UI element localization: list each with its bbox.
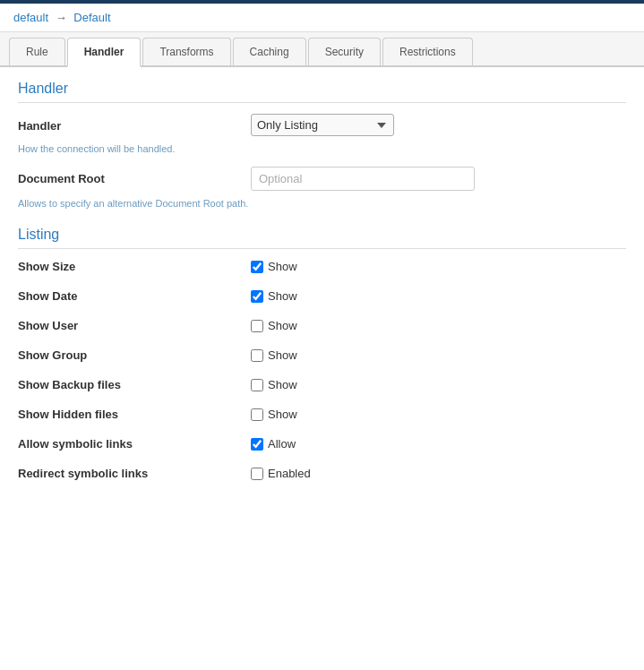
handler-label: Handler [18,114,251,133]
show-hidden-text: Show [268,408,297,421]
listing-section: Listing Show Size Show Show Date Show Sh… [18,227,626,480]
show-group-text: Show [268,348,297,362]
breadcrumb-separator: → [56,11,67,24]
allow-symlinks-label: Allow symbolic links [18,437,251,451]
allow-symlinks-control: Allow [251,437,296,451]
handler-control-area: Only Listing Static File CGI FastCGI Rev… [251,114,626,136]
tab-restrictions[interactable]: Restrictions [382,38,473,65]
tab-handler[interactable]: Handler [67,38,142,67]
handler-section-title: Handler [18,81,626,103]
document-root-row: Document Root [18,167,626,191]
allow-symlinks-text: Allow [268,437,296,451]
listing-section-title: Listing [18,227,626,249]
show-date-text: Show [268,289,297,303]
redirect-symlinks-control: Enabled [251,467,311,480]
show-backup-text: Show [268,378,297,391]
show-date-row: Show Date Show [18,289,626,303]
redirect-symlinks-row: Redirect symbolic links Enabled [18,467,626,480]
show-date-checkbox[interactable] [251,290,263,303]
allow-symlinks-row: Allow symbolic links Allow [18,437,626,451]
handler-description: How the connection will be handled. [18,143,626,154]
show-size-text: Show [268,260,297,273]
show-backup-checkbox[interactable] [251,379,263,391]
show-hidden-checkbox[interactable] [251,408,263,421]
handler-row: Handler Only Listing Static File CGI Fas… [18,114,626,136]
show-user-checkbox[interactable] [251,320,263,332]
show-hidden-label: Show Hidden files [18,408,251,421]
handler-select[interactable]: Only Listing Static File CGI FastCGI Rev… [251,114,394,136]
show-group-row: Show Group Show [18,348,626,362]
breadcrumb-current: Default [73,11,110,24]
show-backup-label: Show Backup files [18,378,251,391]
show-group-label: Show Group [18,348,251,362]
show-size-checkbox[interactable] [251,261,263,273]
show-user-control: Show [251,319,297,332]
show-user-label: Show User [18,319,251,332]
show-user-row: Show User Show [18,319,626,332]
show-hidden-control: Show [251,408,297,421]
document-root-label: Document Root [18,167,251,185]
breadcrumb-link[interactable]: default [13,11,48,24]
show-size-row: Show Size Show [18,260,626,273]
show-group-checkbox[interactable] [251,349,263,362]
show-backup-row: Show Backup files Show [18,378,626,391]
main-content: Handler Handler Only Listing Static File… [0,67,644,510]
document-root-control-area [251,167,626,191]
document-root-input[interactable] [251,167,475,191]
breadcrumb: default → Default [0,4,644,32]
show-backup-control: Show [251,378,297,391]
show-size-control: Show [251,260,297,273]
tab-transforms[interactable]: Transforms [142,38,230,65]
show-group-control: Show [251,348,297,362]
tab-security[interactable]: Security [308,38,381,65]
redirect-symlinks-text: Enabled [268,467,311,480]
show-date-control: Show [251,289,297,303]
show-date-label: Show Date [18,289,251,303]
show-size-label: Show Size [18,260,251,273]
show-hidden-row: Show Hidden files Show [18,408,626,421]
allow-symlinks-checkbox[interactable] [251,438,263,451]
tab-rule[interactable]: Rule [9,38,65,65]
document-root-description: Allows to specify an alternative Documen… [18,198,626,209]
tab-caching[interactable]: Caching [233,38,306,65]
show-user-text: Show [268,319,297,332]
handler-section: Handler Handler Only Listing Static File… [18,81,626,209]
tab-bar: Rule Handler Transforms Caching Security… [0,32,644,67]
redirect-symlinks-checkbox[interactable] [251,468,263,480]
redirect-symlinks-label: Redirect symbolic links [18,467,251,480]
